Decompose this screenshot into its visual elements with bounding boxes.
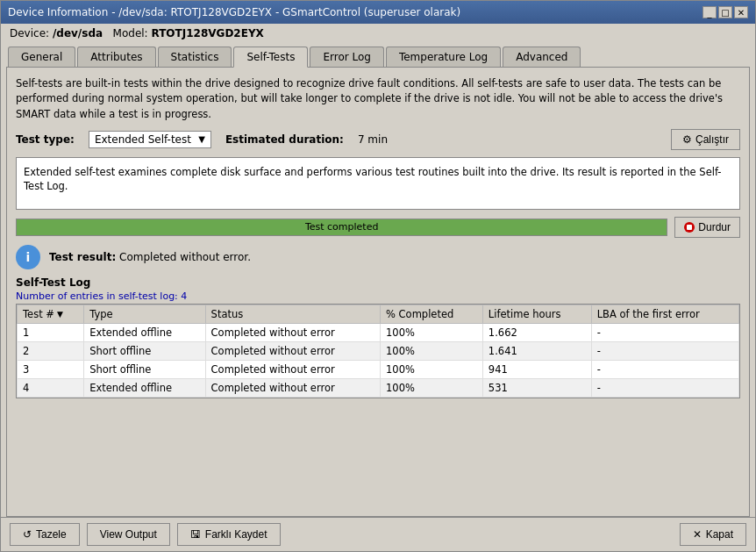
- cell-completed: 100%: [381, 323, 483, 341]
- col-lba: LBA of the first error: [591, 305, 738, 323]
- test-type-label: Test type:: [16, 133, 75, 146]
- close-label: Kapat: [706, 528, 733, 541]
- cell-test_num: 2: [18, 341, 84, 360]
- result-row: i Test result: Completed without error.: [16, 245, 740, 269]
- progress-bar-container: Test completed: [16, 219, 667, 236]
- tab-error-log[interactable]: Error Log: [310, 47, 384, 67]
- table-container: Test # ▼ Type Status % Completed Lifetim…: [16, 304, 740, 398]
- log-subtitle: Number of entries in self-test log: 4: [16, 290, 740, 302]
- stop-button[interactable]: Durdur: [674, 217, 740, 238]
- log-title: Self-Test Log: [16, 276, 740, 289]
- col-status: Status: [205, 305, 380, 323]
- footer: ↺ Tazele View Output 🖫 Farklı Kaydet ✕ K…: [1, 517, 755, 551]
- cell-type: Short offline: [84, 341, 205, 360]
- table-row: 3Short offlineCompleted without error100…: [18, 360, 739, 378]
- cell-type: Extended offline: [84, 378, 205, 397]
- view-output-label: View Output: [100, 528, 157, 541]
- cell-status: Completed without error: [205, 360, 380, 378]
- tab-general[interactable]: General: [8, 47, 75, 67]
- tab-bar: General Attributes Statistics Self-Tests…: [1, 43, 755, 67]
- test-type-dropdown[interactable]: Extended Self-test ▼: [89, 131, 211, 148]
- info-icon: i: [16, 245, 40, 269]
- cell-completed: 100%: [381, 378, 483, 397]
- test-type-row: Test type: Extended Self-test ▼ Estimate…: [16, 129, 740, 150]
- table-row: 2Short offlineCompleted without error100…: [18, 341, 739, 360]
- model-label: Model:: [113, 27, 148, 39]
- result-text: Test result: Completed without error.: [49, 251, 251, 263]
- col-type: Type: [84, 305, 205, 323]
- maximize-button[interactable]: □: [718, 6, 732, 18]
- sort-icon: ▼: [57, 310, 63, 319]
- content-area: Self-tests are built-in tests within the…: [6, 67, 750, 517]
- result-label: Test result:: [49, 251, 116, 263]
- cell-test_num: 3: [18, 360, 84, 378]
- view-output-button[interactable]: View Output: [87, 523, 170, 546]
- title-bar: Device Information - /dev/sda: RTOTJ128V…: [1, 1, 755, 24]
- cell-lifetime: 531: [482, 378, 591, 397]
- close-button[interactable]: ✕: [734, 6, 748, 18]
- description-box: Extended self-test examines complete dis…: [16, 157, 740, 210]
- cell-status: Completed without error: [205, 378, 380, 397]
- cell-lba: -: [591, 378, 738, 397]
- progress-section: Test completed Durdur: [16, 217, 740, 238]
- stop-icon: [684, 222, 695, 233]
- cell-lifetime: 1.662: [482, 323, 591, 341]
- description-text: Extended self-test examines complete dis…: [24, 166, 721, 192]
- run-button[interactable]: ⚙ Çalıştır: [671, 129, 740, 150]
- cell-status: Completed without error: [205, 323, 380, 341]
- stop-button-label: Durdur: [698, 221, 731, 233]
- cell-lba: -: [591, 341, 738, 360]
- close-footer-button[interactable]: ✕ Kapat: [680, 523, 746, 546]
- save-label: Farklı Kaydet: [205, 528, 267, 541]
- refresh-label: Tazele: [36, 528, 67, 541]
- estimated-duration-label: Estimated duration:: [225, 133, 344, 146]
- self-test-log: Self-Test Log Number of entries in self-…: [16, 276, 740, 398]
- tab-statistics[interactable]: Statistics: [158, 47, 232, 67]
- test-type-value: Extended Self-test: [95, 133, 191, 146]
- col-completed: % Completed: [381, 305, 483, 323]
- cell-lifetime: 941: [482, 360, 591, 378]
- save-icon: 🖫: [190, 528, 201, 541]
- table-header-row: Test # ▼ Type Status % Completed Lifetim…: [18, 305, 739, 323]
- refresh-button[interactable]: ↺ Tazele: [10, 523, 80, 546]
- cell-type: Short offline: [84, 360, 205, 378]
- tab-temperature-log[interactable]: Temperature Log: [386, 47, 501, 67]
- close-icon: ✕: [693, 528, 702, 541]
- tab-advanced[interactable]: Advanced: [503, 47, 581, 67]
- title-bar-buttons: _ □ ✕: [703, 6, 748, 18]
- minimize-button[interactable]: _: [703, 6, 717, 18]
- estimated-duration-value: 7 min: [358, 133, 388, 146]
- device-label: Device:: [10, 27, 49, 39]
- cell-status: Completed without error: [205, 341, 380, 360]
- table-row: 4Extended offlineCompleted without error…: [18, 378, 739, 397]
- progress-label: Test completed: [305, 221, 379, 233]
- window-title: Device Information - /dev/sda: RTOTJ128V…: [8, 6, 460, 18]
- col-test-num[interactable]: Test # ▼: [18, 305, 84, 323]
- device-path: /dev/sda: [53, 27, 103, 39]
- save-button[interactable]: 🖫 Farklı Kaydet: [177, 523, 281, 546]
- gear-icon: ⚙: [682, 133, 692, 146]
- cell-test_num: 4: [18, 378, 84, 397]
- col-lifetime: Lifetime hours: [482, 305, 591, 323]
- cell-type: Extended offline: [84, 323, 205, 341]
- cell-lba: -: [591, 323, 738, 341]
- device-model: RTOTJ128VGD2EYX: [151, 27, 263, 39]
- result-value: Completed without error.: [119, 251, 251, 263]
- tab-attributes[interactable]: Attributes: [77, 47, 155, 67]
- info-text: Self-tests are built-in tests within the…: [16, 76, 740, 122]
- cell-test_num: 1: [18, 323, 84, 341]
- refresh-icon: ↺: [23, 528, 32, 541]
- tab-self-tests[interactable]: Self-Tests: [233, 47, 308, 68]
- run-button-label: Çalıştır: [695, 133, 729, 146]
- cell-completed: 100%: [381, 341, 483, 360]
- cell-completed: 100%: [381, 360, 483, 378]
- main-window: Device Information - /dev/sda: RTOTJ128V…: [0, 0, 756, 552]
- self-test-table: Test # ▼ Type Status % Completed Lifetim…: [17, 305, 739, 398]
- device-info: Device: /dev/sda Model: RTOTJ128VGD2EYX: [1, 24, 755, 43]
- chevron-down-icon: ▼: [198, 134, 205, 144]
- table-row: 1Extended offlineCompleted without error…: [18, 323, 739, 341]
- cell-lba: -: [591, 360, 738, 378]
- cell-lifetime: 1.641: [482, 341, 591, 360]
